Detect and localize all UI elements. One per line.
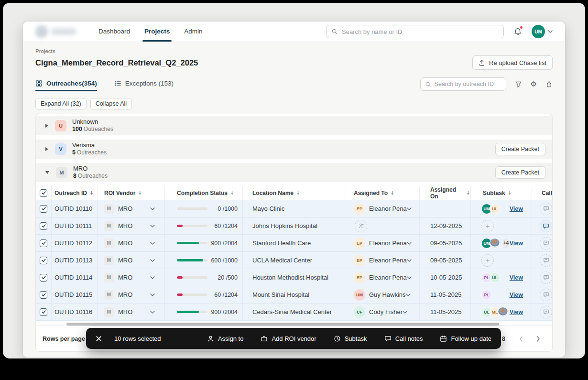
row-checkbox[interactable] bbox=[40, 308, 47, 316]
sort-desc-icon[interactable]: ↓ bbox=[508, 190, 512, 196]
assignee-avatar: EP bbox=[354, 255, 365, 266]
table-row: OUTID 10112 MMRO 900 /2004 Stanford Heal… bbox=[36, 235, 553, 252]
group-row-unknown[interactable]: U Unknown 100Outreaches bbox=[36, 116, 552, 135]
add-call-note-button[interactable] bbox=[540, 289, 552, 301]
sort-desc-icon[interactable]: ↓ bbox=[466, 190, 470, 196]
table-row: OUTID 10115 MMRO 60 /1204 Mount Sinai Ho… bbox=[36, 286, 553, 304]
assignee-dropdown[interactable]: EPEleanor Pena bbox=[345, 200, 420, 217]
call-notes-cell bbox=[532, 269, 553, 286]
user-menu[interactable]: UM bbox=[532, 25, 553, 38]
collapse-all-button[interactable]: Collapse All bbox=[90, 98, 132, 109]
assignee-dropdown[interactable]: EPEleanor Pena bbox=[345, 235, 420, 251]
row-checkbox[interactable] bbox=[40, 291, 47, 299]
add-call-note-button[interactable] bbox=[540, 271, 552, 284]
row-checkbox[interactable] bbox=[40, 205, 47, 213]
outreach-id-cell: OUTID 10111 bbox=[52, 217, 98, 234]
roi-vendor-dropdown[interactable]: MMRO bbox=[98, 235, 165, 251]
roi-vendor-dropdown[interactable]: MMRO bbox=[98, 200, 165, 217]
notifications-button[interactable] bbox=[513, 27, 522, 36]
view-subtasks-link[interactable]: View bbox=[510, 206, 523, 212]
group-row-mro[interactable]: M MRO 8Outreaches Create Packet bbox=[36, 163, 552, 182]
add-call-note-button[interactable] bbox=[540, 203, 552, 215]
previous-page-button[interactable] bbox=[516, 334, 526, 344]
add-call-note-button[interactable] bbox=[540, 306, 552, 318]
export-button[interactable] bbox=[545, 81, 553, 88]
column-header-subtask[interactable]: Subtask↓ bbox=[471, 186, 532, 200]
add-subtask-button[interactable]: + bbox=[481, 220, 494, 232]
row-checkbox[interactable] bbox=[40, 239, 47, 247]
add-roi-vendor-button[interactable]: Add ROI vendor bbox=[261, 335, 316, 342]
assignee-dropdown[interactable]: UMGuy Hawkins bbox=[345, 286, 420, 303]
nav-item-admin[interactable]: Admin bbox=[184, 22, 202, 42]
nav-item-projects[interactable]: Projects bbox=[144, 22, 170, 42]
assigned-on-cell: 09-05-2025 bbox=[420, 235, 471, 251]
filter-button[interactable] bbox=[515, 81, 522, 88]
outreach-search-input[interactable] bbox=[435, 81, 501, 87]
assignee-dropdown[interactable]: EPEleanor Pena bbox=[345, 252, 420, 269]
outreach-search[interactable] bbox=[420, 77, 506, 91]
assignee-dropdown[interactable] bbox=[345, 217, 420, 234]
progress-bar bbox=[177, 259, 207, 261]
table-row: OUTID 10113 MMRO 600 /1000 UCLA Medical … bbox=[36, 252, 553, 269]
call-notes-button[interactable]: Call notes bbox=[384, 335, 423, 342]
column-header-roi-vendor[interactable]: ROI Vendor↓ bbox=[98, 186, 165, 200]
vendor-badge: M bbox=[104, 307, 114, 317]
sort-desc-icon[interactable]: ↓ bbox=[296, 190, 300, 196]
add-call-note-button[interactable] bbox=[540, 237, 552, 250]
view-subtasks-link[interactable]: View bbox=[510, 240, 523, 247]
column-header-assigned-on[interactable]: Assigned On↓ bbox=[420, 186, 471, 200]
view-subtasks-link[interactable]: View bbox=[510, 309, 523, 315]
global-search[interactable] bbox=[326, 25, 504, 38]
expand-caret-icon[interactable] bbox=[45, 124, 48, 128]
assignee-dropdown[interactable]: CFCody Fisher bbox=[345, 304, 420, 320]
tab-outreaches[interactable]: Outreaches(354) bbox=[35, 76, 97, 91]
create-packet-button[interactable]: Create Packet bbox=[495, 143, 545, 155]
row-checkbox[interactable] bbox=[40, 222, 47, 230]
column-header-outreach-id[interactable]: Outreach ID↓ bbox=[52, 186, 98, 200]
sort-desc-icon[interactable]: ↓ bbox=[230, 190, 234, 196]
vendor-badge: M bbox=[104, 256, 114, 265]
nav-item-dashboard[interactable]: Dashboard bbox=[98, 22, 130, 42]
subtask-avatar-photo bbox=[490, 238, 500, 249]
row-checkbox[interactable] bbox=[40, 274, 47, 282]
subtask-button[interactable]: Subtask bbox=[334, 335, 367, 342]
expand-all-button[interactable]: Expand All (32) bbox=[35, 98, 87, 109]
table-row: OUTID 10116 MMRO 900 /2004 Cedars-Sinai … bbox=[36, 304, 553, 321]
chevron-down-icon bbox=[150, 225, 155, 228]
settings-button[interactable]: ⚙ bbox=[531, 81, 537, 88]
roi-vendor-dropdown[interactable]: MMRO bbox=[98, 286, 165, 303]
roi-vendor-dropdown[interactable]: MMRO bbox=[98, 252, 165, 269]
assign-to-button[interactable]: Assign to bbox=[207, 335, 243, 342]
column-header-assigned-to[interactable]: Assigned To↓ bbox=[345, 186, 420, 200]
row-checkbox[interactable] bbox=[40, 257, 47, 264]
assign-person-button[interactable] bbox=[355, 220, 367, 232]
next-page-button[interactable] bbox=[533, 334, 544, 344]
column-header-call[interactable]: Call bbox=[532, 186, 553, 200]
select-all-checkbox[interactable] bbox=[40, 189, 47, 197]
roi-vendor-dropdown[interactable]: MMRO bbox=[98, 269, 165, 286]
assignee-dropdown[interactable]: EPEleanor Pena bbox=[345, 269, 420, 286]
close-selection-button[interactable] bbox=[96, 336, 102, 342]
column-header-location-name[interactable]: Location Name↓ bbox=[243, 186, 345, 200]
collapse-caret-icon[interactable] bbox=[45, 171, 49, 174]
follow-up-date-button[interactable]: Follow up date bbox=[440, 335, 491, 342]
create-packet-button[interactable]: Create Packet bbox=[495, 166, 545, 179]
column-header-completion-status[interactable]: Completion Status↓ bbox=[165, 186, 243, 200]
roi-vendor-dropdown[interactable]: MMRO bbox=[98, 217, 165, 234]
location-cell: Mayo Clinic bbox=[243, 200, 345, 217]
sort-desc-icon[interactable]: ↓ bbox=[390, 190, 394, 196]
sort-desc-icon[interactable]: ↓ bbox=[89, 190, 94, 196]
view-subtasks-link[interactable]: View bbox=[510, 274, 523, 281]
add-call-note-button[interactable] bbox=[540, 254, 552, 267]
roi-vendor-dropdown[interactable]: MMRO bbox=[98, 304, 165, 320]
sort-desc-icon[interactable]: ↓ bbox=[138, 190, 142, 196]
group-row-verisma[interactable]: V Verisma 5Outreaches Create Packet bbox=[36, 140, 552, 159]
global-search-input[interactable] bbox=[342, 28, 499, 35]
tab-exceptions[interactable]: Exceptions (153) bbox=[114, 76, 174, 91]
view-subtasks-link[interactable]: View bbox=[510, 292, 523, 298]
expand-caret-icon[interactable] bbox=[45, 147, 48, 151]
call-notes-button-active[interactable] bbox=[540, 220, 552, 232]
bubble-plus-icon bbox=[543, 257, 549, 263]
reupload-chase-list-button[interactable]: Re upload Chase list bbox=[472, 55, 553, 70]
add-subtask-button[interactable]: + bbox=[481, 254, 494, 267]
